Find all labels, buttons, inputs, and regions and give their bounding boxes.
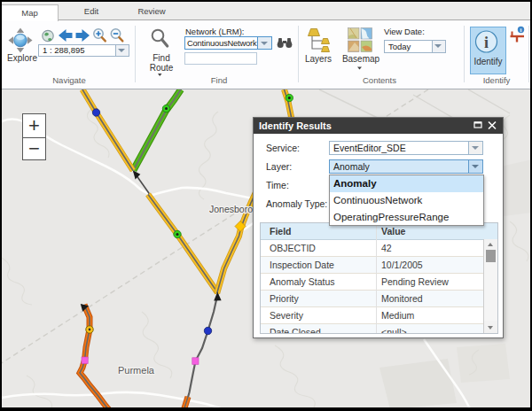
svg-text:i: i	[484, 33, 489, 50]
svg-text:Jonesboro: Jonesboro	[209, 204, 253, 214]
svg-text:i: i	[520, 27, 522, 33]
svg-text:Purmela: Purmela	[118, 365, 155, 376]
